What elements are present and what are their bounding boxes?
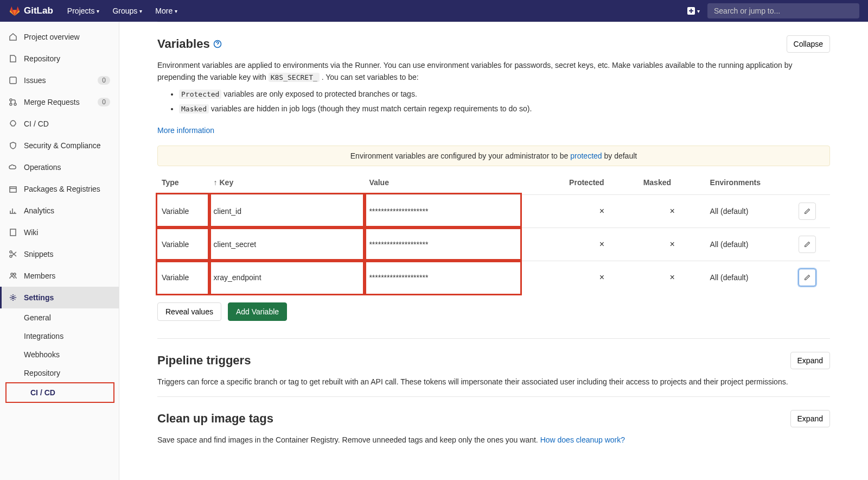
pencil-icon — [803, 274, 811, 281]
sidebar-item-cicd[interactable]: CI / CD — [0, 113, 119, 135]
x-icon: × — [669, 273, 674, 282]
col-type[interactable]: Type — [157, 170, 209, 195]
x-icon: × — [669, 239, 674, 249]
sort-arrow-icon: ↑ — [214, 178, 218, 187]
variables-bullets: Protected variables are only exposed to … — [157, 88, 830, 115]
sidebar-item-security[interactable]: Security & Compliance — [0, 135, 119, 156]
edit-button[interactable] — [799, 269, 816, 286]
col-protected[interactable]: Protected — [565, 170, 639, 195]
svg-point-7 — [10, 251, 12, 253]
cleanup-desc: Save space and find images in the Contai… — [157, 434, 830, 446]
chevron-down-icon: ▾ — [175, 8, 177, 14]
add-variable-button[interactable]: Add Variable — [228, 302, 287, 321]
variables-table: Type ↑ Key Value Protected Masked Enviro… — [157, 170, 830, 294]
sidebar-item-operations[interactable]: Operations — [0, 156, 119, 178]
variables-section: Variables Collapse Environment variables… — [157, 22, 830, 338]
protected-link[interactable]: protected — [570, 151, 602, 160]
col-masked[interactable]: Masked — [639, 170, 706, 195]
expand-button[interactable]: Expand — [790, 410, 830, 427]
top-header: GitLab Projects▾ Groups▾ More▾ ▾ Search … — [0, 0, 868, 22]
svg-point-8 — [10, 255, 12, 257]
svg-point-2 — [10, 99, 12, 101]
edit-button[interactable] — [799, 203, 816, 220]
pencil-icon — [803, 207, 811, 215]
nav-more[interactable]: More▾ — [150, 2, 183, 20]
sidebar: Project overview Repository Issues0 Merg… — [0, 22, 119, 480]
rocket-icon — [9, 119, 17, 128]
chart-icon — [9, 206, 17, 215]
x-icon: × — [599, 239, 604, 249]
sidebar-item-packages[interactable]: Packages & Registries — [0, 178, 119, 200]
expand-button[interactable]: Expand — [790, 352, 830, 369]
sub-webhooks[interactable]: Webhooks — [24, 345, 119, 364]
col-value[interactable]: Value — [365, 170, 520, 195]
issues-icon — [9, 76, 17, 85]
members-icon — [9, 271, 17, 280]
more-information-link[interactable]: More information — [157, 126, 214, 135]
sidebar-item-issues[interactable]: Issues0 — [0, 70, 119, 91]
issues-badge: 0 — [98, 76, 110, 85]
x-icon: × — [599, 273, 604, 282]
merge-icon — [9, 98, 17, 106]
triggers-desc: Triggers can force a specific branch or … — [157, 376, 830, 388]
sidebar-item-members[interactable]: Members — [0, 265, 119, 287]
sub-general[interactable]: General — [24, 308, 119, 327]
variables-desc: Environment variables are applied to env… — [157, 59, 830, 84]
gitlab-icon — [9, 5, 21, 17]
collapse-button[interactable]: Collapse — [787, 35, 830, 53]
sub-repository[interactable]: Repository — [24, 364, 119, 382]
sub-cicd[interactable]: CI / CD — [30, 383, 113, 402]
svg-point-11 — [12, 296, 14, 299]
chevron-down-icon: ▾ — [139, 8, 142, 14]
col-key[interactable]: ↑ Key — [209, 170, 365, 195]
file-icon — [9, 54, 17, 63]
sidebar-item-merge-requests[interactable]: Merge Requests0 — [0, 91, 119, 113]
svg-point-3 — [10, 103, 12, 105]
pipeline-triggers-section: Pipeline triggers Expand Triggers can fo… — [157, 338, 830, 396]
table-row: Variable xray_endpoint *****************… — [157, 261, 830, 294]
main-content: Variables Collapse Environment variables… — [119, 22, 868, 480]
gitlab-logo[interactable]: GitLab — [9, 5, 53, 17]
table-row: Variable client_id ******************** … — [157, 194, 830, 228]
highlight-box-cicd: CI / CD — [5, 382, 114, 403]
search-input[interactable]: Search or jump to... — [707, 3, 859, 18]
cleanup-section: Clean up image tags Expand Save space an… — [157, 396, 830, 454]
sidebar-item-snippets[interactable]: Snippets — [0, 243, 119, 265]
sub-integrations[interactable]: Integrations — [24, 327, 119, 345]
sidebar-item-wiki[interactable]: Wiki — [0, 222, 119, 243]
shield-icon — [9, 141, 17, 150]
mr-badge: 0 — [98, 98, 110, 106]
sidebar-item-repository[interactable]: Repository — [0, 48, 119, 70]
cleanup-title: Clean up image tags — [157, 412, 273, 426]
edit-button[interactable] — [799, 236, 816, 253]
create-new-button[interactable]: ▾ — [684, 5, 703, 17]
gear-icon — [9, 293, 17, 302]
package-icon — [9, 185, 17, 193]
x-icon: × — [599, 206, 604, 216]
nav-groups[interactable]: Groups▾ — [107, 2, 148, 20]
admin-alert: Environment variables are configured by … — [157, 146, 830, 166]
chevron-down-icon: ▾ — [697, 8, 700, 14]
table-row: Variable client_secret *****************… — [157, 228, 830, 261]
book-icon — [9, 228, 17, 237]
variables-title: Variables — [157, 37, 222, 51]
brand-text: GitLab — [24, 5, 53, 16]
svg-rect-1 — [10, 77, 16, 84]
col-env[interactable]: Environments — [706, 170, 795, 195]
home-icon — [9, 33, 17, 41]
nav-projects[interactable]: Projects▾ — [62, 2, 105, 20]
help-icon[interactable] — [213, 40, 222, 48]
sidebar-item-settings[interactable]: Settings — [0, 287, 119, 308]
sidebar-item-analytics[interactable]: Analytics — [0, 200, 119, 222]
reveal-values-button[interactable]: Reveal values — [157, 302, 221, 321]
svg-rect-6 — [10, 229, 16, 236]
scissors-icon — [9, 250, 17, 258]
svg-point-9 — [11, 273, 13, 275]
triggers-title: Pipeline triggers — [157, 353, 251, 368]
svg-point-10 — [14, 273, 16, 275]
sidebar-item-project-overview[interactable]: Project overview — [0, 26, 119, 48]
x-icon: × — [669, 206, 674, 216]
cleanup-link[interactable]: How does cleanup work? — [540, 435, 625, 444]
settings-submenu: General Integrations Webhooks Repository — [0, 308, 119, 382]
svg-rect-5 — [10, 187, 16, 192]
